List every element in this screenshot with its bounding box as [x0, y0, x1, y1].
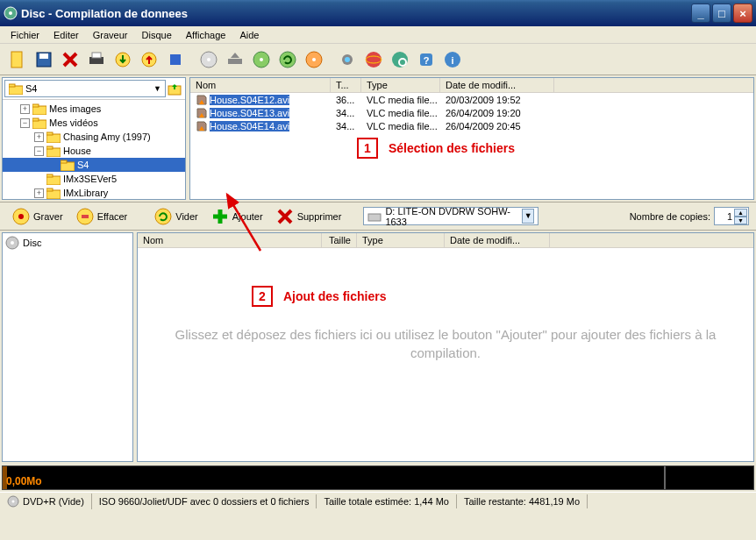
video-file-icon	[196, 120, 208, 132]
disc-root[interactable]: Disc	[5, 236, 130, 250]
menu-graveur[interactable]: Graveur	[86, 28, 135, 42]
expand-toggle[interactable]: −	[34, 146, 44, 156]
expand-toggle[interactable]: +	[20, 104, 30, 114]
svg-rect-32	[32, 104, 39, 107]
disc-icon[interactable]	[196, 47, 221, 72]
size-tick	[664, 466, 666, 489]
help-icon[interactable]: ?	[414, 47, 439, 72]
tree-item[interactable]: +Mes images	[3, 102, 185, 116]
stop-icon[interactable]	[163, 47, 188, 72]
effacer-button[interactable]: Effacer	[71, 205, 132, 228]
svg-rect-48	[82, 215, 89, 218]
supprimer-button[interactable]: Supprimer	[271, 205, 346, 228]
callout-2: 2 Ajout des fichiers	[252, 286, 386, 307]
file-name: House.S04E14.avi	[210, 121, 289, 131]
col-taille[interactable]: T...	[331, 78, 361, 92]
file-row[interactable]: House.S04E14.avi34...VLC media file...26…	[190, 119, 753, 132]
folder-icon	[46, 146, 61, 157]
size-text: 0,00Mo	[6, 475, 42, 487]
save-icon[interactable]	[32, 47, 56, 72]
menu-disque[interactable]: Disque	[135, 28, 179, 42]
svg-rect-50	[368, 214, 381, 221]
print-icon[interactable]	[84, 47, 109, 72]
disc-tree-panel[interactable]: Disc	[2, 232, 133, 462]
gear-icon[interactable]	[335, 47, 360, 72]
file-type: VLC media file...	[361, 95, 440, 105]
file-date: 26/04/2009 20:45	[440, 121, 554, 131]
expand-toggle[interactable]: +	[34, 132, 44, 142]
statusbar: DVD+R (Vide) ISO 9660/Joliet/UDF avec 0 …	[0, 492, 756, 509]
compilation-list-panel[interactable]: Nom Taille Type Date de modifi... 2 Ajou…	[137, 232, 754, 462]
file-row[interactable]: House.S04E13.avi34...VLC media file...26…	[190, 106, 753, 119]
info-icon[interactable]: i	[440, 47, 465, 72]
vider-button[interactable]: Vider	[149, 205, 202, 228]
menu-fichier[interactable]: Fichier	[4, 28, 46, 42]
copies-label: Nombre de copies:	[630, 211, 710, 222]
eject-icon[interactable]	[223, 47, 247, 72]
svg-point-17	[312, 58, 316, 61]
svg-point-15	[280, 52, 296, 68]
export-icon[interactable]	[137, 47, 161, 72]
status-media: DVD+R (Vide)	[0, 494, 92, 509]
ccol-type[interactable]: Type	[357, 233, 445, 247]
tree-item[interactable]: +IMxLibrary	[3, 186, 185, 199]
window-title: Disc - Compilation de donnees	[21, 7, 691, 20]
ccol-date[interactable]: Date de modifi...	[445, 233, 550, 247]
expand-toggle[interactable]: −	[20, 118, 30, 128]
col-nom[interactable]: Nom	[190, 78, 331, 92]
up-folder-icon[interactable]	[166, 80, 183, 97]
menu-aide[interactable]: Aide	[232, 28, 266, 42]
erase-icon	[75, 207, 95, 226]
file-row[interactable]: House.S04E12.avi36...VLC media file...20…	[190, 93, 753, 106]
col-type[interactable]: Type	[361, 78, 440, 92]
tree-item[interactable]: S4	[3, 158, 185, 172]
file-size: 34...	[331, 121, 361, 131]
folder-tree[interactable]: +Mes images−Mes vidéos+Chasing Amy (1997…	[3, 100, 185, 199]
tree-item[interactable]: −Mes vidéos	[3, 116, 185, 130]
tree-item[interactable]: IMx3SEVer5	[3, 172, 185, 186]
svg-point-54	[12, 500, 15, 502]
copies-input[interactable]	[715, 211, 734, 222]
expand-toggle[interactable]: +	[34, 188, 44, 198]
folder-icon	[32, 103, 46, 115]
svg-rect-44	[46, 188, 53, 191]
graver-button[interactable]: Graver	[7, 205, 68, 228]
disc-green-icon[interactable]	[249, 47, 274, 72]
callout-1: 1 Sélection des fichiers	[357, 138, 515, 159]
app-icon	[4, 6, 18, 20]
svg-text:?: ?	[424, 55, 430, 66]
path-combobox[interactable]: S4 ▼	[4, 80, 166, 97]
new-icon[interactable]	[5, 47, 30, 72]
chevron-down-icon: ▼	[522, 209, 534, 224]
file-list-panel: Nom T... Type Date de modifi... House.S0…	[189, 77, 754, 200]
refresh-disc-icon[interactable]	[275, 47, 300, 72]
tree-item[interactable]: −House	[3, 144, 185, 158]
col-date[interactable]: Date de modifi...	[440, 78, 554, 92]
ccol-taille[interactable]: Taille	[322, 233, 357, 247]
menu-editer[interactable]: Editer	[46, 28, 86, 42]
svg-rect-6	[92, 53, 101, 58]
delete-icon[interactable]	[58, 47, 82, 72]
search-globe-icon[interactable]	[388, 47, 412, 72]
spin-down[interactable]: ▼	[734, 217, 747, 224]
svg-text:i: i	[451, 55, 453, 66]
drive-select[interactable]: D: LITE-ON DVDRW SOHW-1633 ▼	[363, 207, 538, 225]
maximize-button[interactable]: □	[712, 4, 731, 23]
callout-2-text: Ajout des fichiers	[283, 289, 386, 303]
copies-spinner[interactable]: ▲▼	[714, 207, 749, 225]
globe-icon[interactable]	[361, 47, 386, 72]
file-list[interactable]: House.S04E12.avi36...VLC media file...20…	[190, 93, 753, 132]
minimize-button[interactable]: _	[691, 4, 710, 23]
folder-icon	[46, 131, 61, 143]
svg-rect-2	[11, 52, 22, 68]
spin-up[interactable]: ▲	[734, 209, 747, 217]
folder-icon	[46, 188, 61, 199]
menu-affichage[interactable]: Affichage	[179, 28, 233, 42]
close-button[interactable]: ×	[733, 4, 752, 23]
disc-orange-icon[interactable]	[302, 47, 326, 72]
import-icon[interactable]	[111, 47, 135, 72]
file-type: VLC media file...	[361, 121, 440, 131]
svg-rect-4	[39, 53, 48, 59]
tree-item[interactable]: +Chasing Amy (1997)	[3, 130, 185, 144]
tree-item-label: House	[63, 146, 91, 156]
